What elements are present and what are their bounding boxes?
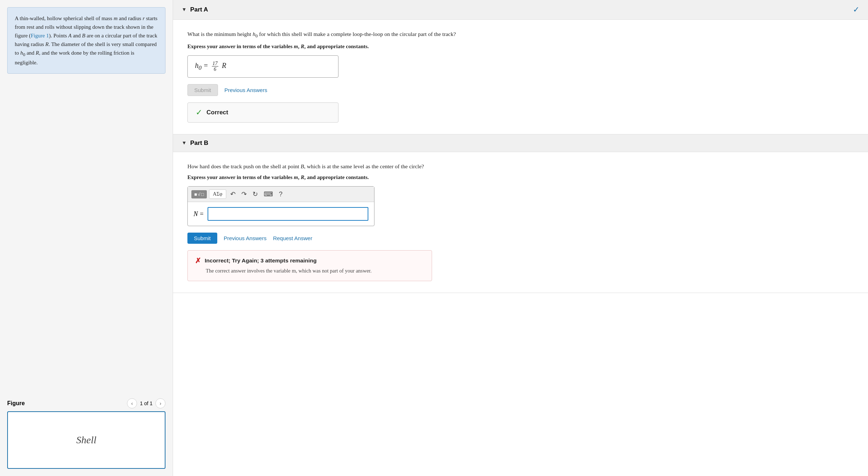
- math-input-row: N =: [188, 202, 374, 226]
- part-b-express-note: Express your answer in terms of the vari…: [187, 174, 854, 180]
- incorrect-x-icon: ✗: [195, 256, 201, 265]
- figure-label: Figure: [7, 400, 25, 407]
- part-a-action-row: Submit Previous Answers: [187, 84, 854, 96]
- math-template-icon: ■: [194, 192, 197, 197]
- part-b-math-input-container: ■ √ □ AΣφ ↶ ↷ ↻ ⌨ ? N =: [187, 186, 374, 226]
- part-b-answer-input[interactable]: [208, 207, 368, 221]
- part-b-previous-answers-link[interactable]: Previous Answers: [224, 235, 267, 241]
- incorrect-body: The correct answer involves the variable…: [206, 267, 424, 275]
- part-a-collapse-arrow: ▼: [182, 7, 187, 13]
- figure-navigation: ‹ 1 of 1 ›: [127, 398, 165, 408]
- part-b-section: ▼ Part B How hard does the track push on…: [173, 134, 868, 293]
- undo-button[interactable]: ↶: [228, 189, 237, 199]
- reset-button[interactable]: ↻: [251, 189, 260, 199]
- incorrect-header: ✗ Incorrect; Try Again; 3 attempts remai…: [195, 256, 424, 265]
- figure-image: Shell: [7, 411, 165, 469]
- redo-button[interactable]: ↷: [240, 189, 249, 199]
- part-b-header[interactable]: ▼ Part B: [173, 134, 868, 152]
- part-a-answer-box: h0 = 17 6 R: [187, 55, 338, 78]
- part-a-content: What is the minimum height h0 for which …: [173, 20, 868, 134]
- part-b-incorrect-banner: ✗ Incorrect; Try Again; 3 attempts remai…: [187, 250, 432, 281]
- math-template-button[interactable]: ■ √ □: [191, 190, 207, 198]
- right-panel: ▼ Part A ✓ What is the minimum height h0…: [173, 0, 868, 476]
- figure-section: Figure ‹ 1 of 1 › Shell: [7, 398, 165, 469]
- figure-prev-button[interactable]: ‹: [127, 398, 137, 408]
- part-a-section: ▼ Part A ✓ What is the minimum height h0…: [173, 0, 868, 134]
- math-box-icon: □: [201, 192, 204, 197]
- figure-shell-label: Shell: [76, 434, 96, 446]
- figure-next-button[interactable]: ›: [155, 398, 165, 408]
- math-toolbar: ■ √ □ AΣφ ↶ ↷ ↻ ⌨ ?: [188, 187, 374, 202]
- correct-checkmark-icon: ✓: [196, 108, 202, 117]
- part-b-question: How hard does the track push on the shel…: [187, 162, 854, 171]
- incorrect-title: Incorrect; Try Again; 3 attempts remaini…: [205, 257, 317, 264]
- part-a-correct-banner: ✓ Correct: [187, 102, 338, 123]
- greek-button[interactable]: AΣφ: [209, 189, 226, 199]
- problem-description: A thin-walled, hollow spherical shell of…: [7, 7, 165, 74]
- part-a-question: What is the minimum height h0 for which …: [187, 30, 854, 40]
- part-a-header[interactable]: ▼ Part A ✓: [173, 0, 868, 20]
- keyboard-button[interactable]: ⌨: [262, 189, 275, 199]
- part-a-previous-answers-link[interactable]: Previous Answers: [224, 87, 267, 93]
- part-b-input-label: N =: [194, 210, 204, 218]
- greek-label: AΣφ: [213, 191, 222, 197]
- problem-text: A thin-walled, hollow spherical shell of…: [15, 15, 158, 65]
- part-b-submit-button[interactable]: Submit: [187, 233, 217, 244]
- math-sqrt-icon: √: [198, 192, 200, 197]
- part-a-submit-button[interactable]: Submit: [187, 84, 218, 96]
- part-b-content: How hard does the track push on the shel…: [173, 152, 868, 293]
- part-a-checkmark: ✓: [853, 5, 859, 14]
- figure-page-indicator: 1 of 1: [140, 401, 153, 406]
- part-a-express-note: Express your answer in terms of the vari…: [187, 44, 854, 50]
- correct-label: Correct: [206, 109, 228, 116]
- part-b-collapse-arrow: ▼: [182, 140, 187, 146]
- part-a-fraction: 17 6: [212, 61, 218, 72]
- part-b-title: Part B: [190, 139, 208, 147]
- left-panel: A thin-walled, hollow spherical shell of…: [0, 0, 173, 476]
- part-a-title: Part A: [190, 6, 208, 13]
- part-a-answer-math: h0 = 17 6 R: [195, 61, 226, 72]
- part-b-action-row: Submit Previous Answers Request Answer: [187, 233, 854, 244]
- figure-link[interactable]: Figure 1: [31, 33, 49, 38]
- part-b-request-answer-link[interactable]: Request Answer: [273, 235, 312, 241]
- help-button[interactable]: ?: [277, 190, 284, 199]
